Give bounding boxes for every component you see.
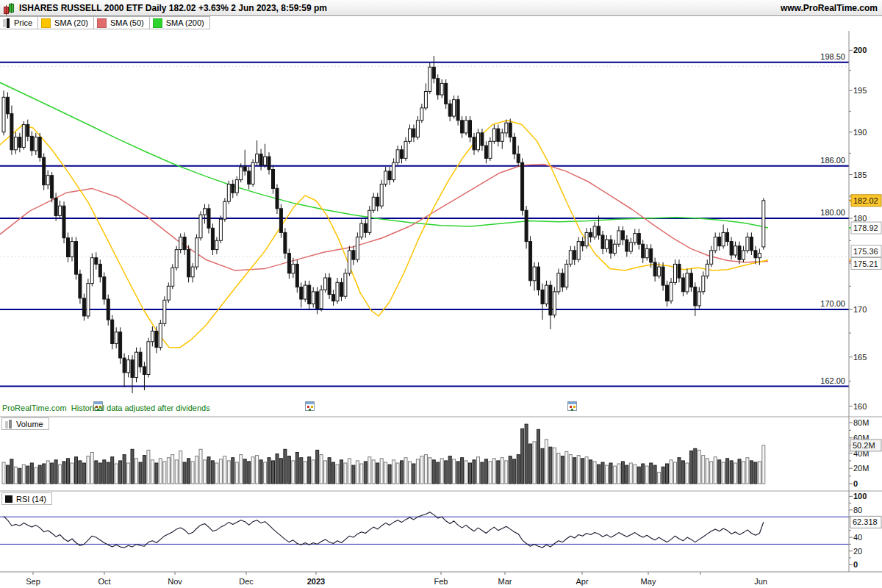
chart-plot-area[interactable]: 198.50186.00180.00170.00162.002001951901… (0, 31, 882, 588)
rsi-swatch-icon (5, 495, 12, 503)
rsi-panel-button[interactable]: RSI (14) (1, 492, 52, 505)
month-label: Nov (168, 577, 182, 586)
data-adjustment-note: ProRealTime.com Historical data adjusted… (2, 404, 210, 412)
sma200-swatch-icon (153, 18, 162, 28)
price-tick-label: 180 (853, 214, 867, 223)
month-label: Apr (576, 577, 588, 586)
volume-marker-label: 50.2M (853, 441, 875, 450)
volume-tick-label: 80M (853, 418, 869, 427)
legend-sma20-label: SMA (20) (54, 18, 88, 27)
volume-panel-button[interactable]: Volume (1, 417, 49, 430)
price-tick-label: 170 (853, 305, 867, 314)
candlestick-logo-icon (3, 2, 15, 14)
sma200-line[interactable] (0, 82, 768, 228)
price-tick-label: 160 (853, 402, 867, 411)
volume-bars[interactable] (2, 424, 765, 484)
rsi-guides (0, 517, 849, 544)
sma-curves[interactable] (0, 82, 768, 347)
price-axis-markers: 182.02178.92175.36175.21 (849, 195, 881, 270)
price-tick-label: 185 (853, 171, 867, 179)
month-label: May (641, 577, 656, 586)
volume-panel-label: Volume (16, 420, 43, 429)
title-bar: ISHARES RUSSELL 2000 ETF Daily 182.02 +3… (0, 0, 882, 16)
sma200-price-label: 178.92 (853, 223, 878, 232)
sma50-price-label: 175.21 (853, 259, 878, 268)
legend-sma50-label: SMA (50) (110, 18, 144, 27)
rsi-tick-label: 20 (853, 547, 862, 556)
legend-row: Price SMA (20) SMA (50) SMA (200) (0, 16, 882, 31)
chart-title: ISHARES RUSSELL 2000 ETF Daily 182.02 +3… (19, 3, 327, 13)
legend-price-label: Price (14, 18, 32, 27)
legend-sma200-button[interactable]: SMA (200) (149, 16, 210, 29)
site-link[interactable]: www.ProRealTime.com (781, 3, 878, 13)
rsi-line[interactable] (4, 512, 764, 548)
rsi-panel-label: RSI (14) (16, 495, 46, 503)
prorealtime-chart-window: { "title_bar": { "title": "ISHARES RUSSE… (0, 0, 882, 588)
price-tick-label: 190 (853, 128, 867, 137)
month-label: Jun (754, 577, 767, 586)
month-label: Oct (98, 577, 110, 586)
sma20-swatch-icon (41, 18, 51, 28)
price-tick-label: 200 (853, 46, 867, 54)
rsi-tick-label: 0 (853, 560, 858, 569)
rsi-tick-label: 100 (853, 492, 867, 501)
legend-sma200-label: SMA (200) (166, 18, 204, 27)
dividend-calendar-icon[interactable] (305, 401, 315, 411)
footnote-text: Historical data adjusted after dividends (71, 404, 210, 412)
legend-sma50-button[interactable]: SMA (50) (93, 16, 150, 29)
level-label: 180.00 (820, 208, 845, 217)
footnote-brand: ProRealTime.com (2, 404, 67, 412)
dividend-calendar-icon[interactable] (567, 401, 577, 411)
month-label: Feb (434, 577, 448, 586)
volume-tick-label: 20M (853, 464, 869, 473)
level-label: 198.50 (820, 52, 845, 61)
rsi-marker-label: 62.318 (853, 517, 878, 526)
volume-tick-label: 0 (853, 479, 858, 488)
legend-price-button[interactable]: Price (0, 16, 38, 29)
volume-axis[interactable]: 80M60M40M20M050.2M (849, 418, 881, 488)
price-tick-label: 195 (853, 86, 867, 95)
rsi-tick-label: 40 (853, 533, 862, 542)
month-label: Dec (239, 577, 254, 586)
sma20-price-label: 175.36 (853, 247, 878, 256)
candlesticks[interactable] (2, 56, 765, 393)
last-price-label: 182.02 (853, 196, 878, 205)
rsi-tick-label: 80 (853, 506, 862, 514)
level-label: 170.00 (820, 299, 845, 308)
month-label: 2023 (307, 577, 325, 586)
price-tick-label: 165 (853, 353, 867, 362)
sma20-line[interactable] (0, 121, 768, 348)
sma50-swatch-icon (97, 18, 107, 28)
month-label: Mar (498, 577, 512, 586)
month-label: Sep (26, 577, 40, 586)
rsi-axis[interactable]: 100804020062.318 (849, 492, 881, 569)
price-candle-icon (3, 18, 10, 28)
level-label: 162.00 (820, 376, 845, 385)
legend-sma20-button[interactable]: SMA (20) (37, 16, 94, 29)
panel-frame (0, 31, 882, 572)
volume-bars-icon (5, 420, 12, 429)
time-axis[interactable]: SepOctNovDec2023FebMarAprMayJun (26, 572, 767, 586)
level-label: 186.00 (820, 156, 845, 165)
